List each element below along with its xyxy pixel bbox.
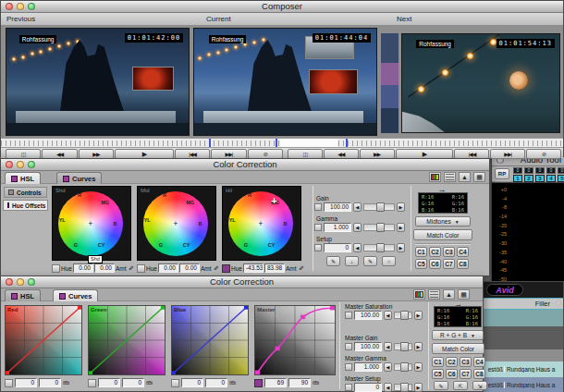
slider-right-arrow[interactable]: ▶	[397, 243, 405, 252]
curve-output-field[interactable]: 90	[288, 378, 311, 387]
step-forward-button[interactable]: ▶▶|	[490, 149, 525, 159]
correction-c4-button[interactable]: C4	[457, 247, 469, 257]
correction-c1-button[interactable]: C1	[415, 247, 427, 257]
hue-value-field[interactable]: -43.53	[243, 263, 264, 273]
slider-enable-button[interactable]	[314, 224, 322, 231]
reset-button[interactable]: ○	[382, 256, 396, 266]
channel-button[interactable]: 2	[524, 175, 533, 182]
track-filler-button[interactable]: Filler	[535, 300, 550, 308]
minimize-button[interactable]	[17, 278, 24, 286]
tab-hsl[interactable]: HSL	[5, 172, 41, 184]
slider-left-arrow[interactable]: ◀	[353, 243, 362, 252]
composer-titlebar[interactable]: Composer	[1, 1, 563, 13]
position-indicator[interactable]	[276, 139, 277, 147]
slider-left-arrow[interactable]: ◀	[353, 202, 362, 212]
red-curve-graph[interactable]: Red	[5, 305, 82, 375]
close-button[interactable]	[6, 161, 13, 168]
match-color-button[interactable]: Match Color	[413, 229, 472, 240]
curve-input-field[interactable]: 0	[15, 378, 37, 387]
correction-c8-button[interactable]: C8	[473, 369, 485, 379]
triangle-icon[interactable]: ▲	[459, 172, 471, 182]
slider-thumb[interactable]	[376, 223, 385, 232]
correction-c2-button[interactable]: C2	[446, 357, 458, 367]
tab-curves[interactable]: Curves	[53, 289, 98, 301]
slider-track[interactable]	[394, 363, 412, 371]
slider-enable-button[interactable]	[345, 343, 352, 350]
slider-track[interactable]	[394, 343, 412, 350]
correction-c7-button[interactable]: C7	[460, 369, 472, 379]
hue-offset-wheel[interactable]: R MG B CY G YL +	[143, 191, 208, 256]
wheel-enable-button[interactable]	[137, 264, 145, 273]
green-curve-graph[interactable]: Green	[88, 305, 166, 375]
hue-offset-wheel[interactable]: R MG B CY G YL + +	[228, 191, 293, 256]
hue-value-field[interactable]: 0.00	[158, 263, 178, 273]
cc-hsl-titlebar[interactable]: Color Correction	[1, 159, 489, 171]
timeline-clip-row[interactable]: estöß Rundgang Haus a	[483, 361, 563, 377]
curve-output-field[interactable]: 0	[39, 378, 61, 387]
eyedropper-button[interactable]: ✎	[434, 381, 448, 390]
correction-c6-button[interactable]: C6	[446, 369, 458, 379]
master-setup-field[interactable]: 0	[354, 383, 382, 392]
correction-c5-button[interactable]: C5	[432, 369, 444, 379]
correction-c3-button[interactable]: C3	[443, 247, 455, 257]
slider-left-arrow[interactable]: ◀	[384, 311, 392, 320]
slider-thumb[interactable]	[400, 311, 409, 320]
timeline-clip-row[interactable]: estöß Rundgang Haus a	[483, 377, 563, 392]
curve-enable-button[interactable]	[5, 379, 13, 387]
eyedropper-icon[interactable]: ✎	[211, 265, 218, 271]
slider-left-arrow[interactable]: ◀	[384, 383, 392, 392]
slider-track[interactable]	[394, 384, 412, 391]
slider-track[interactable]	[394, 312, 412, 319]
correction-c8-button[interactable]: C8	[457, 259, 469, 269]
slider-enable-button[interactable]	[314, 203, 322, 211]
hue-value-field[interactable]: 0.00	[73, 263, 93, 273]
eyedropper-alt-button[interactable]: ✎	[363, 256, 377, 266]
curve-enable-button[interactable]	[88, 379, 96, 387]
clip-segment[interactable]: estöß	[483, 366, 505, 373]
correction-c7-button[interactable]: C7	[443, 259, 455, 269]
curve-input-field[interactable]: 0	[181, 378, 203, 387]
plus-tool-icon[interactable]: ✛	[555, 299, 561, 310]
slider-left-arrow[interactable]: ◀	[384, 342, 392, 351]
setup-slider-track[interactable]	[363, 244, 395, 251]
correction-c3-button[interactable]: C3	[460, 357, 472, 367]
slider-right-arrow[interactable]: ▶	[397, 202, 405, 212]
correction-c5-button[interactable]: C5	[415, 259, 427, 269]
slider-thumb[interactable]	[400, 342, 409, 351]
rp-button[interactable]: RP	[495, 168, 509, 179]
sample-down-button[interactable]: ↓	[345, 256, 359, 266]
position-indicator[interactable]	[346, 139, 348, 147]
slider-right-arrow[interactable]: ▶	[414, 311, 423, 320]
amount-value-field[interactable]: 83.98	[264, 263, 285, 273]
tab-curves[interactable]: Curves	[56, 172, 102, 184]
slider-left-arrow[interactable]: ◀	[353, 223, 362, 232]
slider-thumb[interactable]	[376, 202, 385, 212]
zoom-button[interactable]	[28, 278, 35, 286]
color-wheel-icon[interactable]	[413, 289, 425, 300]
offset-color-swatch[interactable]	[222, 264, 230, 273]
grid-icon[interactable]: ▦	[473, 172, 485, 182]
slider-right-arrow[interactable]: ▶	[397, 223, 405, 232]
list-view-icon[interactable]	[428, 289, 440, 300]
slider-right-arrow[interactable]: ▶	[414, 383, 423, 392]
wheel-enable-button[interactable]	[52, 264, 60, 273]
clip-segment[interactable]: Rundgang Haus a	[505, 382, 563, 388]
amount-value-field[interactable]: 0.00	[179, 263, 200, 273]
correction-c2-button[interactable]: C2	[429, 247, 441, 257]
slider-right-arrow[interactable]: ▶	[414, 362, 423, 372]
color-wheel-icon[interactable]	[429, 172, 441, 182]
grid-icon[interactable]: ▦	[458, 289, 470, 300]
slider-enable-button[interactable]	[345, 312, 352, 319]
master-gamma-field[interactable]: 1.000	[354, 362, 382, 372]
slider-enable-button[interactable]	[345, 384, 352, 391]
slider-thumb[interactable]	[376, 243, 385, 252]
position-indicator[interactable]	[209, 139, 211, 147]
match-to-button[interactable]: ⇲	[472, 381, 487, 390]
master-color-swatch[interactable]	[254, 379, 263, 387]
channel-button[interactable]: 3	[535, 175, 545, 182]
curve-enable-button[interactable]	[171, 379, 179, 387]
subtab-hue-offsets[interactable]: Hue Offsets	[3, 200, 48, 211]
minimize-button[interactable]	[17, 161, 24, 168]
slider-thumb[interactable]	[400, 362, 409, 372]
match-type-dropdown[interactable]: R + G + B ▼	[432, 330, 484, 340]
